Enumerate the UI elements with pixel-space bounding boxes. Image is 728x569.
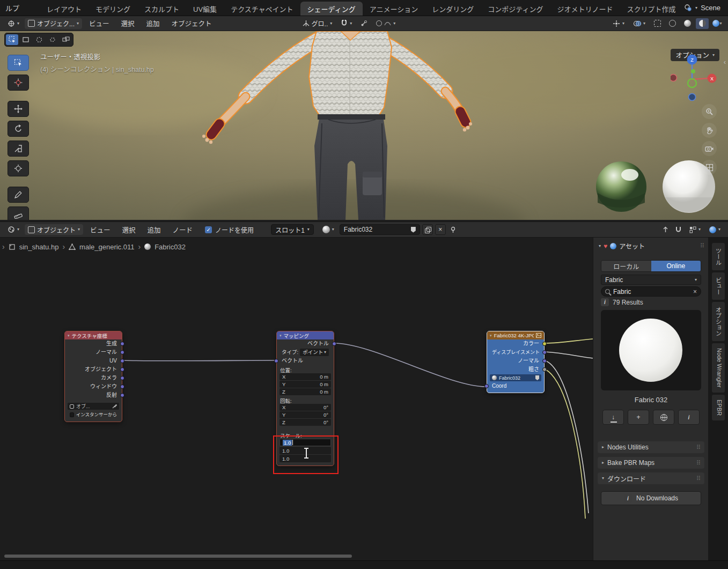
socket-uv[interactable]: UV [65,357,122,365]
camera-view-button[interactable] [702,141,717,156]
tab-tool[interactable]: ツール [712,243,725,270]
image-fake-user-icon[interactable] [535,375,539,380]
fake-user-shield-icon[interactable] [411,227,416,233]
shader-menu-node[interactable]: ノード [168,225,198,235]
xray-toggle-button[interactable] [651,18,664,29]
navigation-gizmo[interactable]: Z X [671,53,717,104]
sidebar-collapse-icon[interactable]: ‹ [724,58,726,66]
socket-normal-out[interactable]: ノーマル [487,357,544,365]
rotation-z-slider[interactable]: Z0° [280,419,331,426]
pan-hand-button[interactable] [702,123,717,138]
zoom-button[interactable] [702,104,717,119]
mode-dropdown[interactable]: オブジェク... ▾ [25,18,82,29]
category-dropdown[interactable]: Fabric ▾ [601,275,701,285]
tool-select-box[interactable] [8,55,29,71]
location-x-slider[interactable]: X0 m [280,373,331,380]
shader-overlays-dropdown[interactable]: ▾ [706,224,724,235]
workspace-tab-shading[interactable]: シェーディング [300,2,363,16]
panel-grip-icon[interactable]: ⠿ [700,242,704,249]
workspace-tab-texpaint[interactable]: テクスチャペイント [224,2,300,16]
node-fabric-image[interactable]: ▾ Fabric032 4K-JPG カラー ディスプレイスメント ノーマル 粗… [487,331,545,393]
socket-object[interactable]: オブジェクト [65,365,122,374]
scale-x-field-editing[interactable]: 1.0 [280,439,331,446]
download-asset-button[interactable]: ↓ [602,410,624,425]
node-texture-coordinate[interactable]: ▾ テクスチャ座標 生成 ノーマル UV オブジェクト カメラ ウィンドウ 反射… [64,331,122,422]
workspace-tab-modeling[interactable]: モデリング [89,2,137,16]
socket-vector-out[interactable]: ベクトル [277,339,334,348]
tab-local[interactable]: ローカル [601,261,651,271]
shading-material-button[interactable] [696,18,709,29]
snap-dropdown[interactable]: ▾ [337,18,355,29]
tab-node-wrangler[interactable]: Node Wrangler [712,343,725,393]
snap-toggle-icon[interactable] [357,18,371,29]
object-selector-field[interactable]: オブ... [68,403,119,410]
new-material-button[interactable] [422,224,433,235]
asset-info-button[interactable]: i [678,410,700,425]
tab-online[interactable]: Online [651,261,701,271]
socket-roughness[interactable]: 粗さ [487,365,544,374]
tab-options[interactable]: オプション [712,302,725,341]
rotation-x-slider[interactable]: X0° [280,404,331,411]
from-instancer-checkbox[interactable] [70,412,74,417]
workspace-tab-scripting[interactable]: スクリプト作成 [620,2,682,16]
workspace-tab-rendering[interactable]: レンダリング [425,2,481,16]
workspace-tab-layout[interactable]: レイアウト [40,2,89,16]
socket-displacement[interactable]: ディスプレイスメント [487,348,544,357]
scale-z-field[interactable]: 1.0 [280,455,331,462]
breadcrumb-mesh[interactable]: male_generic.011 [79,243,134,251]
unlink-material-button[interactable]: × [435,224,446,235]
use-nodes-checkbox[interactable]: ✓ [205,226,212,233]
shader-mode-dropdown[interactable]: オブジェクト ▾ [25,224,83,235]
show-gizmo-dropdown[interactable]: ▾ [609,18,628,29]
socket-window[interactable]: ウィンドウ [65,382,122,391]
shader-menu-select[interactable]: 選択 [117,225,141,235]
image-selector-field[interactable]: Fabric032 [490,374,541,381]
tool-measure[interactable] [8,206,29,220]
no-downloads-button[interactable]: i No Downloads [601,491,701,505]
open-website-button[interactable] [653,410,674,425]
scene-caret-icon[interactable]: ▾ [695,6,697,10]
overlays-dropdown[interactable]: ▾ [630,18,649,29]
node-fabric-header[interactable]: ▾ Fabric032 4K-JPG [487,331,544,339]
socket-normal[interactable]: ノーマル [65,348,122,357]
material-browse-dropdown[interactable]: ▾ [319,224,337,235]
select-mode-lasso-button[interactable] [46,34,58,45]
location-z-slider[interactable]: Z0 m [280,388,331,395]
menu-add[interactable]: 追加 [142,18,165,28]
shader-menu-add[interactable]: 追加 [143,225,166,235]
menu-select[interactable]: 選択 [116,18,139,28]
socket-color[interactable]: カラー [487,339,544,348]
viewport-3d[interactable]: ユーザー・透視投影 (4) シーンコレクション | sin_shatu.hp オ… [0,31,728,220]
rotation-y-slider[interactable]: Y0° [280,411,331,418]
menu-view[interactable]: ビュー [84,18,114,28]
tool-transform[interactable] [8,160,29,176]
slot-dropdown[interactable]: スロット1 ▾ [271,224,314,235]
tab-view[interactable]: ビュー [712,272,725,300]
socket-generated[interactable]: 生成 [65,339,122,348]
section-bake-pbr[interactable]: ▸ Bake PBR Maps ⠿ [598,457,704,469]
select-mode-extend-button[interactable] [60,34,72,45]
node-texcoord-header[interactable]: ▾ テクスチャ座標 [65,331,122,339]
from-instancer-toggle[interactable]: インスタンサーから [65,410,122,419]
viewport-editor-type-button[interactable]: ▾ [4,18,23,29]
breadcrumb-object[interactable]: sin_shatu.hp [19,243,59,251]
shading-wireframe-button[interactable] [666,18,679,29]
scene-selector[interactable]: ▾ Scene [684,4,728,12]
select-mode-circle-button[interactable] [33,34,45,45]
section-download[interactable]: ▾ ダウンロード ⠿ [598,472,704,484]
transform-orientation-dropdown[interactable]: グロ.. ▾ [299,18,336,29]
location-y-slider[interactable]: Y0 m [280,381,331,388]
scene-name[interactable]: Scene [701,4,720,12]
menu-object[interactable]: オブジェクト [167,18,217,28]
eyedropper-icon[interactable] [112,404,117,409]
node-mapping[interactable]: ▾ マッピング ベクトル タイプ: ポイント ▾ ベクトル 位置: X0 m Y… [276,331,334,466]
tab-epbr[interactable]: EPBR [712,395,725,420]
pin-button[interactable] [448,224,459,235]
select-mode-box-button[interactable] [19,34,32,45]
tool-cursor[interactable] [8,75,29,91]
socket-vector-in[interactable]: ベクトル [277,357,334,365]
asset-search-field[interactable]: × [601,286,701,297]
horizontal-scrollbar[interactable] [4,555,352,558]
workspace-tab-sculpting[interactable]: スカルプト [137,2,186,16]
shader-snap-dropdown[interactable]: ▾ [686,224,704,235]
